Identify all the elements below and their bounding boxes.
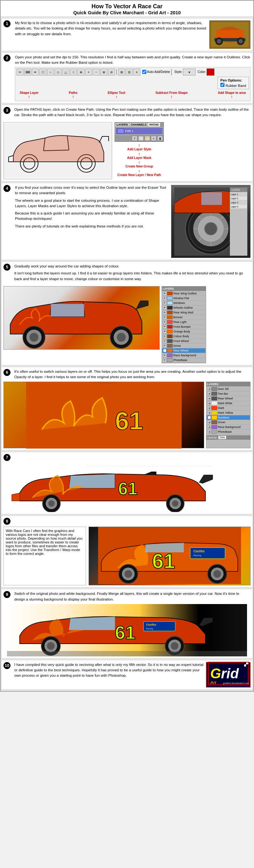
svg-text:LAYERS: LAYERS [231, 189, 240, 191]
path-thumb [117, 128, 124, 133]
svg-point-8 [238, 39, 243, 43]
layer-item-8: 👁 Orange Body [162, 329, 205, 334]
ann-shape-layer: Shape Layer ↑ [20, 91, 38, 99]
tool-btn-subtract[interactable]: − [93, 68, 100, 75]
step-number-1: 1 [3, 20, 10, 27]
layer-6-item-5: 👁 Mark Yellow [207, 410, 250, 415]
svg-text:Layer 2: Layer 2 [231, 197, 238, 200]
svg-rect-89 [244, 662, 246, 664]
layer-6-item-2: 👁 Rear Wheel [207, 396, 250, 401]
channels-tab[interactable]: CHANNELS [130, 123, 148, 127]
layer-item-14: 👁 PhotoBase [162, 358, 205, 363]
step-8-text-box: With Race Cars I often find the graphics… [3, 527, 86, 585]
svg-rect-90 [246, 664, 248, 666]
rubber-band-checkbox[interactable] [220, 83, 224, 87]
delete-layer-btn[interactable]: 🗑 [157, 136, 163, 141]
section-10: 10 I have compiled this very quick guide… [1, 660, 253, 690]
ann-paths-label: Paths [69, 91, 78, 95]
layer-item-9: 👁 Colour Body [162, 334, 205, 339]
tool-btn-add[interactable]: + [85, 68, 92, 75]
layer-6-item-3: 👁 Mark White [207, 401, 250, 406]
step-9-text: Switch of the original photo and white b… [14, 591, 251, 602]
path-name: Path 1 [125, 129, 133, 133]
section-5: 5 Gradually work your way around the car… [1, 261, 253, 366]
tool-btn-6[interactable]: ◇ [55, 68, 62, 75]
auto-add-checkbox[interactable] [142, 70, 146, 74]
layer-item-12: 👁 Rear Wheel [162, 348, 205, 353]
layer-item-4: 👁 Rear Wing Mod [162, 310, 205, 315]
ann-create-group-label: Create New Group [125, 165, 153, 168]
tool-btn-8[interactable]: ☆ [70, 68, 77, 75]
layer-item-5: 👁 Bonnet [162, 315, 205, 320]
create-layer-btn[interactable]: + [151, 136, 157, 141]
svg-text:Layer 4: Layer 4 [231, 206, 238, 208]
step-6-opacity: Opacity: 70% [206, 435, 250, 440]
tool-btn-9[interactable]: ⊕ [78, 68, 84, 75]
tool-btn-align1[interactable]: ⊞ [118, 68, 125, 75]
tool-btn-4[interactable]: ⬡ [39, 68, 46, 75]
color-swatch[interactable] [207, 68, 214, 75]
step-number-7: 7 [3, 454, 10, 461]
auto-add-label: Auto Add/Delete [147, 70, 170, 73]
svg-point-7 [217, 39, 221, 43]
style-dropdown[interactable]: ▼ [183, 68, 196, 75]
svg-text:Layer 1: Layer 1 [231, 193, 238, 196]
step-10-logo: G rid Art gridart.deviantart.com [206, 662, 251, 687]
tool-btn-1[interactable]: ✏ [17, 68, 24, 75]
ann-ellipse-label: Ellipse Tool [108, 91, 125, 95]
layer-6-item-1: 👁 Tow Bar [207, 392, 250, 396]
ann-add-layer-style: ↑ Add Layer Style [115, 143, 164, 151]
svg-text:gridart.deviantart.com: gridart.deviantart.com [223, 682, 249, 685]
toolbar-annotations: Shape Layer ↑ Paths ↑ Ellipse Tool ↑ S [17, 90, 249, 100]
step-6-content: 61 LAYERS 👁 Door Sill 👁 [3, 382, 251, 448]
layer-6-item-4: 👁 Mark [207, 406, 250, 410]
layer-6-item-6: 👁 Numbers [207, 415, 250, 420]
page-subtitle: Quick Guide By Clive Marchant - Grid Art… [2, 10, 252, 15]
section-3: 3 Open the PATHS layer, click on Create … [1, 105, 253, 182]
svg-point-66 [124, 570, 132, 578]
path-1-row[interactable]: Path 1 [116, 128, 163, 134]
create-group-btn[interactable]: 📁 [144, 136, 150, 141]
layer-item-1: 👁 Window Flat [162, 296, 205, 301]
section-7: 7 61 [1, 452, 253, 514]
tool-btn-5[interactable]: ○ [47, 68, 54, 75]
tool-btn-exclude[interactable]: ⊘ [108, 68, 115, 75]
step-4-text: If you find your outlines cross over it'… [15, 185, 169, 229]
pen-section: Pen Options: Rubber Band [17, 77, 249, 89]
svg-text:Layer 3: Layer 3 [231, 202, 238, 204]
tool-btn-2[interactable]: ⌨ [24, 68, 31, 75]
ann-add-layer-mask-label: Add Layer Mask [127, 156, 151, 160]
layers-tab[interactable]: LAYERS [115, 123, 129, 127]
section-4: 4 If you find your outlines cross over i… [1, 183, 253, 260]
layer-6-item-8: 👁 Race Background [207, 425, 250, 430]
paths-tab[interactable]: PATHS [148, 123, 160, 127]
layer-item-10: 👁 Front Wheel [162, 339, 205, 344]
ann-shape-layer-label: Shape Layer [20, 91, 38, 95]
add-layer-style-btn[interactable]: f [132, 136, 138, 141]
ann-create-group: ↑ Create New Group [115, 160, 164, 168]
svg-point-77 [171, 642, 178, 650]
tool-btn-align2[interactable]: ⊟ [126, 68, 133, 75]
svg-point-27 [204, 222, 217, 235]
svg-point-74 [47, 642, 55, 650]
tool-btn-7[interactable]: △ [62, 68, 69, 75]
ann-subtract: Subtract From Shape ↑ [156, 91, 188, 99]
ann-add-layer-mask: ↑ Add Layer Mask [115, 152, 164, 160]
svg-text:61: 61 [115, 407, 143, 435]
tool-btn-align3[interactable]: ≡ [133, 68, 140, 75]
section-2: 2 Open your photo and set the dpi to 150… [1, 52, 253, 103]
page-header: How To Vector A Race Car Quick Guide By … [1, 1, 253, 17]
tool-btn-intersect[interactable]: ⊗ [100, 68, 107, 75]
step-10-text: I have compiled this very quick guide to… [14, 662, 204, 679]
step-3-annotations: ↑ Add Layer Style ↑ Add Layer Mask ↑ Cre… [115, 143, 164, 177]
tool-btn-3[interactable]: ✒ [32, 68, 39, 75]
add-layer-mask-btn[interactable]: ⬜ [138, 136, 144, 141]
layers-panel: LAYERS CHANNELS PATHS Path 1 f [115, 122, 164, 142]
step-1-text: My first tip is to choose a photo which … [15, 20, 207, 37]
ann-add-shape: Add Shape to area ↑ [218, 91, 246, 99]
layer-item-13: 👁 Race Background [162, 353, 205, 358]
step-number-3: 3 [3, 107, 10, 114]
layers-actions: f ⬜ 📁 + 🗑 [115, 135, 164, 142]
layer-item-11: 👁 Driver [162, 344, 205, 348]
layer-6-item-7: 👁 Driver [207, 420, 250, 425]
